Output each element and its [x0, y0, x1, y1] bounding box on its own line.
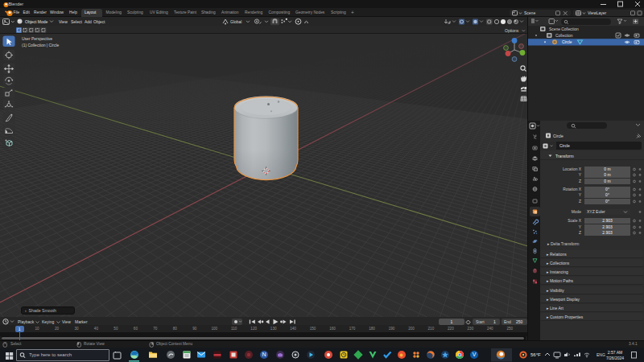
svg-text:Scene Collection: Scene Collection	[549, 27, 579, 31]
svg-text:V: V	[473, 352, 477, 357]
svg-text:Collection: Collection	[555, 34, 573, 38]
svg-text:Circle: Circle	[562, 40, 572, 44]
svg-text:N: N	[262, 352, 266, 357]
